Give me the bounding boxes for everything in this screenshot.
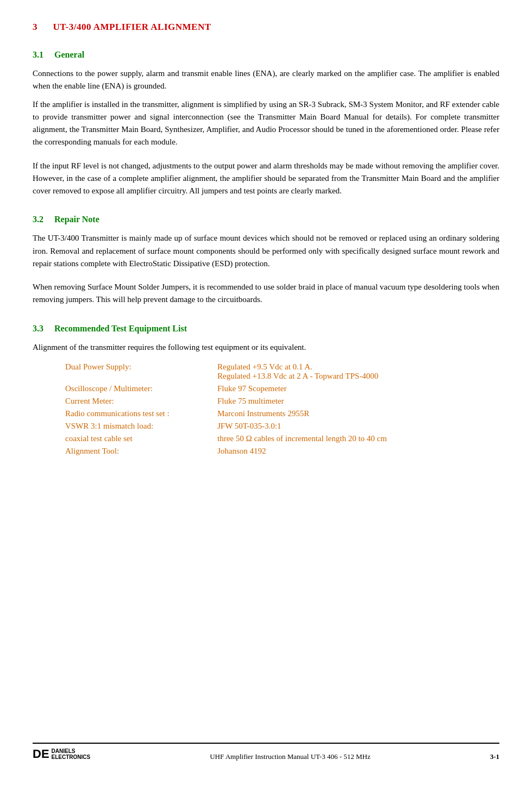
footer-manual-title: UHF Amplifier Instruction Manual UT-3 40…: [90, 752, 490, 761]
section-3-3-heading: 3.3 Recommended Test Equipment List: [33, 324, 499, 334]
equip-label-5: coaxial test cable set: [65, 434, 217, 443]
equipment-row-2: Current Meter: Fluke 75 multimeter: [65, 397, 499, 406]
equip-value-5-0: three 50 Ω cables of incremental length …: [217, 434, 499, 443]
footer-left: DE DANIELS ELECTRONICS: [33, 747, 90, 761]
page-container: 3 UT-3/400 AMPLIFIER ALIGNMENT 3.1 Gener…: [0, 0, 532, 791]
chapter-title: 3 UT-3/400 AMPLIFIER ALIGNMENT: [33, 22, 499, 33]
equip-label-4: VSWR 3:1 mismatch load:: [65, 422, 217, 431]
equip-label-1: Oscilloscope / Multimeter:: [65, 384, 217, 393]
equipment-row-1: Oscilloscope / Multimeter: Fluke 97 Scop…: [65, 384, 499, 393]
footer-company-line2: ELECTRONICS: [52, 754, 91, 760]
section-3-1-para-2: If the amplifier is installed in the tra…: [33, 98, 499, 149]
footer: DE DANIELS ELECTRONICS UHF Amplifier Ins…: [33, 743, 499, 761]
equip-value-2-0: Fluke 75 multimeter: [217, 397, 499, 406]
equip-value-0-1: Regulated +13.8 Vdc at 2 A - Topward TPS…: [217, 372, 378, 381]
equip-value-6-0: Johanson 4192: [217, 447, 499, 456]
equipment-row-0: Dual Power Supply: Regulated +9.5 Vdc at…: [65, 362, 499, 381]
footer-company-line1: DANIELS: [52, 748, 91, 754]
equipment-table: Dual Power Supply: Regulated +9.5 Vdc at…: [65, 362, 499, 456]
section-3-2: 3.2 Repair Note The UT-3/400 Transmitter…: [33, 215, 499, 306]
section-3-1-heading: 3.1 General: [33, 50, 499, 60]
equip-value-3-0: Marconi Instruments 2955R: [217, 409, 499, 418]
footer-de-text: DE: [33, 747, 49, 761]
equipment-row-5: coaxial test cable set three 50 Ω cables…: [65, 434, 499, 443]
footer-company-name: DANIELS ELECTRONICS: [52, 748, 91, 760]
footer-title-text: UHF Amplifier Instruction Manual UT-3 40…: [210, 752, 371, 761]
equip-values-0: Regulated +9.5 Vdc at 0.1 A. Regulated +…: [217, 362, 378, 381]
section-3-1-title: General: [54, 50, 84, 59]
section-3-3: 3.3 Recommended Test Equipment List Alig…: [33, 324, 499, 456]
section-3-1: 3.1 General Connections to the power sup…: [33, 50, 499, 197]
section-3-3-title: Recommended Test Equipment List: [54, 324, 187, 333]
equip-label-0: Dual Power Supply:: [65, 362, 217, 372]
section-3-2-para-1: The UT-3/400 Transmitter is mainly made …: [33, 232, 499, 270]
chapter-number: 3: [33, 22, 37, 32]
equip-value-0-0: Regulated +9.5 Vdc at 0.1 A.: [217, 362, 378, 372]
section-3-1-para-1: Connections to the power supply, alarm a…: [33, 67, 499, 93]
footer-logo: DE DANIELS ELECTRONICS: [33, 747, 90, 761]
section-3-2-title: Repair Note: [54, 215, 99, 224]
equip-label-3: Radio communications test set :: [65, 409, 217, 418]
section-3-3-label: 3.3: [33, 324, 43, 333]
equipment-row-6: Alignment Tool: Johanson 4192: [65, 447, 499, 456]
section-3-1-label: 3.1: [33, 50, 43, 59]
equipment-row-3: Radio communications test set : Marconi …: [65, 409, 499, 418]
section-3-1-para-3: If the input RF level is not changed, ad…: [33, 160, 499, 198]
section-3-2-heading: 3.2 Repair Note: [33, 215, 499, 224]
equip-value-4-0: JFW 50T-035-3.0:1: [217, 422, 499, 431]
footer-page-number: 3-1: [490, 752, 499, 761]
equip-label-2: Current Meter:: [65, 397, 217, 406]
equip-value-1-0: Fluke 97 Scopemeter: [217, 384, 499, 393]
section-3-3-intro: Alignment of the transmitter requires th…: [33, 341, 499, 354]
equip-label-6: Alignment Tool:: [65, 447, 217, 456]
chapter-title-text: UT-3/400 AMPLIFIER ALIGNMENT: [53, 22, 211, 32]
equipment-row-4: VSWR 3:1 mismatch load: JFW 50T-035-3.0:…: [65, 422, 499, 431]
section-3-2-para-2: When removing Surface Mount Solder Jumpe…: [33, 281, 499, 306]
section-3-2-label: 3.2: [33, 215, 43, 224]
